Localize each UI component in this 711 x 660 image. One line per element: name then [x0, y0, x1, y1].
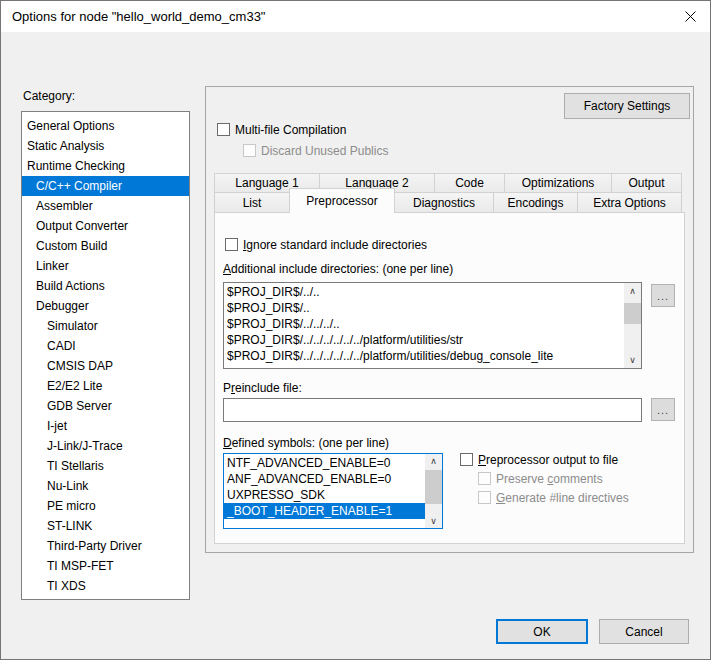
checkbox-icon [217, 123, 230, 136]
tab-row-2: List Preprocessor Diagnostics Encodings … [214, 192, 681, 213]
preinclude-file-input[interactable] [223, 398, 642, 422]
scroll-down-icon[interactable]: ∨ [425, 514, 442, 528]
cancel-button[interactable]: Cancel [599, 619, 689, 644]
ignore-standard-include-checkbox[interactable]: Ignore standard include directories [225, 237, 427, 252]
dialog-title: Options for node "hello_world_demo_cm33" [12, 1, 266, 32]
tab[interactable]: Extra Options [577, 192, 682, 213]
close-button[interactable] [670, 1, 710, 32]
category-item[interactable]: Simulator [22, 316, 189, 336]
include-directory-line[interactable]: $PROJ_DIR$/.. [227, 300, 623, 316]
include-directory-line[interactable]: $PROJ_DIR$/../../../../../../platform/ut… [227, 348, 623, 364]
additional-include-directories-label: Additional include directories: (one per… [223, 262, 453, 276]
defined-symbol-line[interactable]: _BOOT_HEADER_ENABLE=1 [224, 503, 425, 519]
include-directories-list[interactable]: $PROJ_DIR$/../.. $PROJ_DIR$/.. $PROJ_DIR… [223, 282, 642, 369]
include-directories-lines: $PROJ_DIR$/../.. $PROJ_DIR$/.. $PROJ_DIR… [227, 284, 623, 364]
multi-file-compilation-label: Multi-file Compilation [235, 123, 346, 137]
include-list-scrollbar[interactable]: ∧ ∨ [624, 283, 641, 368]
category-item[interactable]: C/C++ Compiler [22, 176, 189, 196]
category-item[interactable]: Nu-Link [22, 476, 189, 496]
browse-preinclude-file-button[interactable]: ... [651, 398, 675, 421]
tab[interactable]: Preprocessor [289, 188, 395, 213]
category-item[interactable]: GDB Server [22, 396, 189, 416]
preprocessor-output-label: Preprocessor output to file [478, 453, 618, 467]
category-item[interactable]: CADI [22, 336, 189, 356]
category-item[interactable]: Custom Build [22, 236, 189, 256]
category-item[interactable]: I-jet [22, 416, 189, 436]
discard-unused-publics-label: Discard Unused Publics [261, 144, 388, 158]
scroll-up-icon[interactable]: ∧ [425, 454, 442, 468]
category-item[interactable]: TI Stellaris [22, 456, 189, 476]
checkbox-icon [243, 144, 256, 157]
checkbox-icon [225, 238, 238, 251]
category-item[interactable]: Assembler [22, 196, 189, 216]
category-item[interactable]: TI MSP-FET [22, 556, 189, 576]
category-item[interactable]: Debugger [22, 296, 189, 316]
include-directory-line[interactable]: $PROJ_DIR$/../.. [227, 284, 623, 300]
browse-include-directories-button[interactable]: ... [651, 284, 675, 307]
category-item[interactable]: Static Analysis [22, 136, 189, 156]
category-item[interactable]: TI XDS [22, 576, 189, 596]
defined-symbols-label: Defined symbols: (one per line) [223, 436, 389, 450]
category-list[interactable]: General Options Static Analysis Runtime … [21, 111, 190, 600]
scroll-down-icon[interactable]: ∨ [624, 352, 641, 368]
close-icon [685, 11, 696, 22]
checkbox-icon [478, 491, 491, 504]
scroll-thumb[interactable] [425, 470, 442, 504]
include-directory-line[interactable]: $PROJ_DIR$/../../../../../../platform/ut… [227, 332, 623, 348]
tab[interactable]: Code [434, 173, 505, 193]
category-item[interactable]: Linker [22, 256, 189, 276]
discard-unused-publics-checkbox: Discard Unused Publics [243, 143, 388, 158]
category-item[interactable]: E2/E2 Lite [22, 376, 189, 396]
include-directory-line[interactable]: $PROJ_DIR$/../../../.. [227, 316, 623, 332]
preinclude-file-label: Preinclude file: [223, 381, 302, 395]
category-item[interactable]: Third-Party Driver [22, 536, 189, 556]
multi-file-compilation-checkbox[interactable]: Multi-file Compilation [217, 122, 346, 137]
category-item[interactable]: Output Converter [22, 216, 189, 236]
options-dialog: Options for node "hello_world_demo_cm33"… [0, 0, 711, 660]
preserve-comments-checkbox: Preserve comments [478, 471, 603, 486]
scroll-up-icon[interactable]: ∧ [624, 283, 641, 299]
generate-line-directives-label: Generate #line directives [496, 491, 629, 505]
tab-row-1: Language 1 Language 2 Code Optimizations… [214, 173, 681, 193]
defined-symbols-lines: NTF_ADVANCED_ENABLE=0 ANF_ADVANCED_ENABL… [224, 455, 425, 519]
defined-symbol-line[interactable]: ANF_ADVANCED_ENABLE=0 [224, 471, 425, 487]
category-item[interactable]: CMSIS DAP [22, 356, 189, 376]
scroll-thumb[interactable] [624, 303, 641, 324]
category-item[interactable]: PE micro [22, 496, 189, 516]
checkbox-icon [460, 453, 473, 466]
defined-symbol-line[interactable]: NTF_ADVANCED_ENABLE=0 [224, 455, 425, 471]
ok-button[interactable]: OK [496, 619, 588, 644]
generate-line-directives-checkbox: Generate #line directives [478, 490, 629, 505]
tab[interactable]: Diagnostics [394, 192, 494, 213]
tab[interactable]: Output [611, 173, 682, 193]
category-item[interactable]: General Options [22, 116, 189, 136]
preserve-comments-label: Preserve comments [496, 472, 603, 486]
factory-settings-button[interactable]: Factory Settings [564, 93, 690, 119]
category-item[interactable]: ST-LINK [22, 516, 189, 536]
tab[interactable]: List [214, 192, 290, 213]
tab[interactable]: Encodings [493, 192, 578, 213]
defined-symbol-line[interactable]: UXPRESSO_SDK [224, 487, 425, 503]
symbols-list-scrollbar[interactable]: ∧ ∨ [425, 454, 442, 528]
ignore-standard-include-label: Ignore standard include directories [243, 238, 427, 252]
tab[interactable]: Optimizations [504, 173, 612, 193]
checkbox-icon [478, 472, 491, 485]
title-bar: Options for node "hello_world_demo_cm33" [1, 1, 710, 32]
category-item[interactable]: J-Link/J-Trace [22, 436, 189, 456]
category-item[interactable]: Build Actions [22, 276, 189, 296]
category-label: Category: [23, 89, 75, 103]
defined-symbols-list[interactable]: NTF_ADVANCED_ENABLE=0 ANF_ADVANCED_ENABL… [223, 453, 443, 529]
preprocessor-output-checkbox[interactable]: Preprocessor output to file [460, 452, 618, 467]
category-item[interactable]: Runtime Checking [22, 156, 189, 176]
